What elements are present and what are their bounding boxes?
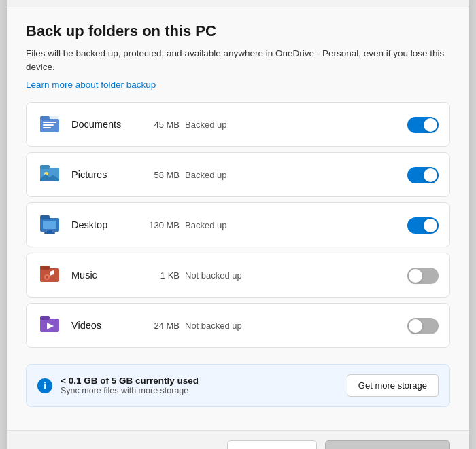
folder-size-videos: 24 MB — [142, 321, 180, 331]
main-dialog: Microsoft OneDrive ✕ Back up folders on … — [7, 0, 469, 449]
folder-size-desktop: 130 MB — [142, 220, 180, 230]
storage-main-text: < 0.1 GB of 5 GB currently used — [61, 376, 339, 386]
toggle-desktop[interactable] — [407, 217, 439, 234]
folder-name-videos: Videos — [71, 320, 133, 331]
toggle-container-desktop — [407, 216, 439, 234]
folder-size-documents: 45 MB — [142, 120, 180, 130]
content-area: Back up folders on this PC Files will be… — [7, 7, 469, 431]
folder-size-pictures: 58 MB — [142, 170, 180, 180]
folder-name-documents: Documents — [71, 119, 133, 130]
folder-meta-videos: 24 MB Not backed up — [142, 321, 398, 331]
videos-folder-icon — [37, 313, 62, 338]
folder-item-music: Music 1 KB Not backed up — [26, 253, 450, 298]
svg-rect-11 — [43, 221, 56, 229]
svg-rect-10 — [40, 215, 50, 219]
pictures-folder-icon — [37, 162, 62, 187]
folder-status-documents: Backed up — [185, 120, 226, 130]
info-icon: i — [37, 378, 52, 393]
svg-rect-3 — [43, 124, 54, 126]
page-title: Back up folders on this PC — [26, 22, 450, 40]
description-text: Files will be backed up, protected, and … — [26, 47, 450, 75]
get-more-storage-button[interactable]: Get more storage — [347, 374, 439, 397]
titlebar: Microsoft OneDrive ✕ — [7, 0, 469, 7]
folder-size-music: 1 KB — [142, 270, 180, 281]
folder-item-documents: Documents 45 MB Backed up — [26, 102, 450, 147]
folder-status-pictures: Backed up — [185, 170, 226, 180]
svg-rect-5 — [40, 116, 50, 120]
toggle-container-pictures — [407, 166, 439, 183]
storage-text: < 0.1 GB of 5 GB currently used Sync mor… — [61, 376, 339, 395]
folder-meta-documents: 45 MB Backed up — [142, 120, 398, 130]
svg-rect-4 — [43, 127, 51, 128]
folder-meta-desktop: 130 MB Backed up — [142, 220, 398, 230]
folder-list: Documents 45 MB Backed up Pictures 58 MB… — [26, 102, 450, 353]
toggle-container-documents — [407, 115, 439, 133]
toggle-container-music — [407, 266, 439, 284]
toggle-documents[interactable] — [407, 117, 439, 133]
folder-name-desktop: Desktop — [71, 219, 133, 230]
music-folder-icon — [37, 263, 62, 287]
storage-sub-text: Sync more files with more storage — [61, 386, 339, 395]
folder-item-videos: Videos 24 MB Not backed up — [26, 303, 450, 348]
folder-status-music: Not backed up — [185, 270, 242, 281]
folder-name-music: Music — [71, 270, 133, 281]
svg-rect-15 — [40, 266, 50, 270]
folder-item-pictures: Pictures 58 MB Backed up — [26, 152, 450, 197]
folder-status-videos: Not backed up — [185, 321, 242, 331]
folder-meta-music: 1 KB Not backed up — [142, 270, 398, 281]
save-changes-button[interactable]: Save changes — [325, 440, 450, 449]
folder-status-desktop: Backed up — [185, 220, 226, 230]
toggle-music[interactable] — [407, 268, 439, 284]
toggle-pictures[interactable] — [407, 167, 439, 183]
close-button[interactable]: Close — [227, 440, 318, 449]
footer: Close Save changes — [7, 430, 469, 449]
storage-banner: i < 0.1 GB of 5 GB currently used Sync m… — [26, 364, 450, 407]
folder-item-desktop: Desktop 130 MB Backed up — [26, 202, 450, 247]
folder-meta-pictures: 58 MB Backed up — [142, 170, 398, 180]
desktop-folder-icon — [37, 213, 62, 237]
svg-rect-2 — [43, 122, 56, 123]
folder-name-pictures: Pictures — [71, 169, 133, 180]
svg-point-17 — [46, 276, 48, 279]
learn-more-link[interactable]: Learn more about folder backup — [26, 79, 156, 90]
documents-folder-icon — [37, 112, 62, 137]
svg-rect-19 — [40, 316, 50, 320]
svg-rect-13 — [44, 232, 55, 234]
svg-rect-12 — [47, 230, 52, 232]
toggle-videos[interactable] — [407, 318, 439, 334]
svg-rect-7 — [40, 165, 50, 169]
toggle-container-videos — [407, 317, 439, 334]
